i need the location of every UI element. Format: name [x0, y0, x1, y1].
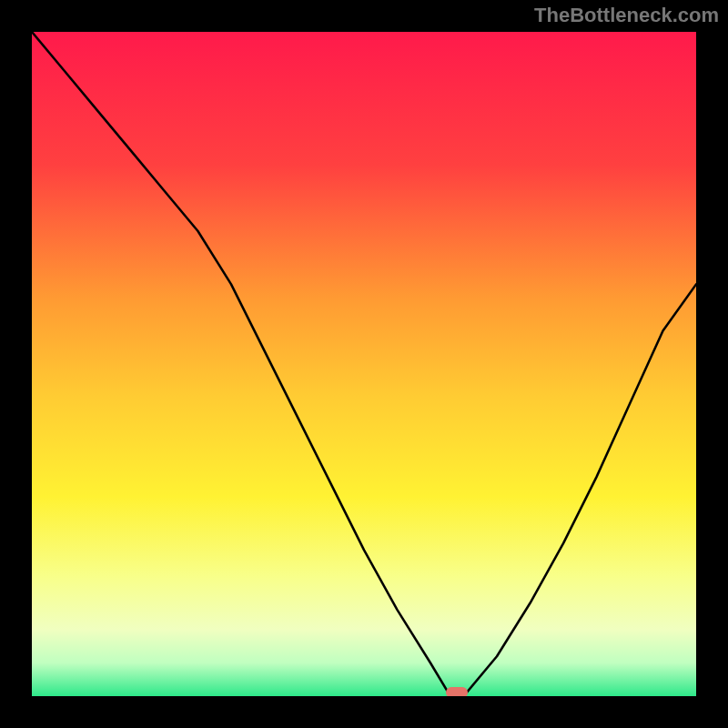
optimal-point-marker: [446, 687, 468, 696]
watermark-text: TheBottleneck.com: [534, 4, 719, 27]
plot-area: [32, 32, 696, 696]
bottleneck-curve: [32, 32, 696, 696]
chart-container: TheBottleneck.com: [0, 0, 728, 728]
